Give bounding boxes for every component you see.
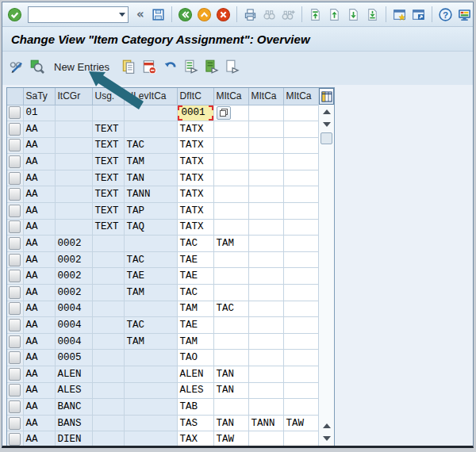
row-selector-button[interactable] xyxy=(7,301,23,317)
column-header-dfitc[interactable]: DfItC xyxy=(177,88,213,105)
table-cell[interactable]: BANS xyxy=(55,415,92,431)
row-selector-button[interactable] xyxy=(7,317,23,334)
table-cell[interactable] xyxy=(124,236,177,252)
table-cell[interactable] xyxy=(283,399,318,416)
scrollbar-track[interactable] xyxy=(319,144,334,419)
table-cell[interactable]: TAE xyxy=(177,251,213,268)
table-cell[interactable]: TAN xyxy=(124,170,177,186)
table-cell[interactable]: AA xyxy=(23,121,55,138)
table-cell[interactable] xyxy=(92,350,124,366)
table-cell[interactable]: TANN xyxy=(124,186,177,203)
table-cell[interactable]: TAE xyxy=(177,317,213,334)
table-cell[interactable]: 0004 xyxy=(55,333,92,350)
table-cell[interactable] xyxy=(283,382,318,399)
table-cell[interactable]: TAB xyxy=(177,399,213,416)
table-cell[interactable]: TEXT xyxy=(92,137,124,154)
table-cell[interactable] xyxy=(248,137,283,154)
enter-button[interactable] xyxy=(6,6,23,23)
table-cell[interactable] xyxy=(55,121,92,138)
table-cell[interactable]: TATX xyxy=(177,203,213,220)
table-cell[interactable]: AA xyxy=(23,415,55,431)
table-cell[interactable] xyxy=(213,268,248,285)
table-cell[interactable] xyxy=(213,186,248,203)
table-cell[interactable]: TAC xyxy=(124,251,177,268)
table-cell[interactable] xyxy=(55,170,92,186)
table-cell[interactable] xyxy=(55,105,92,121)
table-cell[interactable] xyxy=(248,121,283,138)
row-selector-button[interactable] xyxy=(7,333,23,350)
find-button[interactable] xyxy=(261,6,278,23)
scroll-up-button-bottom[interactable] xyxy=(319,420,334,431)
table-cell[interactable] xyxy=(55,154,92,170)
command-input[interactable] xyxy=(29,7,117,22)
table-cell[interactable]: DIEN xyxy=(55,431,92,446)
find-next-button[interactable] xyxy=(280,6,297,23)
delete-line-button[interactable] xyxy=(140,58,157,75)
table-cell[interactable]: ALES xyxy=(55,382,92,399)
table-cell[interactable]: 0002 xyxy=(55,268,92,285)
new-session-button[interactable] xyxy=(391,6,408,23)
table-cell[interactable] xyxy=(55,203,92,220)
table-cell[interactable] xyxy=(124,301,177,317)
table-cell[interactable] xyxy=(283,366,318,383)
table-cell[interactable]: 0002 xyxy=(55,251,92,268)
table-cell[interactable]: AA xyxy=(23,236,55,252)
table-cell[interactable] xyxy=(248,366,283,383)
table-cell[interactable] xyxy=(213,251,248,268)
column-header-usg[interactable]: Usg. xyxy=(92,88,124,105)
table-cell[interactable] xyxy=(92,366,124,383)
table-cell[interactable]: AA xyxy=(23,399,55,416)
table-cell[interactable] xyxy=(213,399,248,416)
table-cell[interactable]: AA xyxy=(23,301,55,317)
row-selector-button[interactable] xyxy=(7,105,23,121)
table-cell[interactable]: TAC xyxy=(124,137,177,154)
deselect-all-button[interactable] xyxy=(223,58,240,75)
table-cell[interactable] xyxy=(248,268,283,285)
select-block-button[interactable] xyxy=(202,58,219,75)
row-selector-button[interactable] xyxy=(7,203,23,220)
table-cell[interactable] xyxy=(92,333,124,350)
exit-button[interactable] xyxy=(196,6,213,23)
column-header-mitca2[interactable]: MItCa xyxy=(248,88,283,105)
table-cell[interactable]: AA xyxy=(23,137,55,154)
table-cell[interactable]: TAC xyxy=(213,301,248,317)
table-cell[interactable] xyxy=(248,317,283,334)
copy-value-button[interactable] xyxy=(217,106,231,120)
table-cell[interactable] xyxy=(283,121,318,138)
table-cell[interactable]: TAE xyxy=(124,268,177,285)
table-cell[interactable] xyxy=(92,382,124,399)
command-field[interactable] xyxy=(28,6,129,23)
table-cell[interactable] xyxy=(213,317,248,334)
table-cell[interactable] xyxy=(248,236,283,252)
row-selector-button[interactable] xyxy=(7,186,23,203)
column-header-mitca1[interactable]: MItCa xyxy=(213,88,248,105)
table-cell[interactable] xyxy=(124,382,177,399)
table-cell[interactable]: 0004 xyxy=(55,301,92,317)
table-cell[interactable] xyxy=(283,170,318,186)
table-cell[interactable] xyxy=(248,105,283,121)
table-cell[interactable]: TAQ xyxy=(124,219,177,236)
table-cell[interactable] xyxy=(124,399,177,416)
row-selector-button[interactable] xyxy=(7,154,23,170)
table-cell[interactable]: TAM xyxy=(124,154,177,170)
table-cell[interactable]: TEXT xyxy=(92,186,124,203)
table-cell[interactable] xyxy=(213,121,248,138)
table-cell[interactable] xyxy=(92,105,124,121)
table-cell[interactable]: TEXT xyxy=(92,154,124,170)
row-selector-button[interactable] xyxy=(7,431,23,446)
table-cell[interactable]: TEXT xyxy=(92,219,124,236)
table-cell[interactable] xyxy=(124,431,177,446)
table-cell[interactable] xyxy=(124,121,177,138)
table-cell[interactable] xyxy=(55,186,92,203)
table-cell[interactable] xyxy=(92,301,124,317)
focused-cell[interactable]: 0001 xyxy=(177,105,213,121)
table-cell[interactable] xyxy=(92,415,124,431)
table-cell[interactable] xyxy=(283,203,318,220)
table-cell[interactable] xyxy=(248,431,283,446)
row-selector-button[interactable] xyxy=(7,415,23,431)
table-cell[interactable] xyxy=(248,251,283,268)
table-cell[interactable]: TAX xyxy=(177,431,213,446)
row-selector-button[interactable] xyxy=(7,170,23,186)
table-cell[interactable]: TATX xyxy=(177,121,213,138)
select-all-button[interactable] xyxy=(182,58,198,75)
